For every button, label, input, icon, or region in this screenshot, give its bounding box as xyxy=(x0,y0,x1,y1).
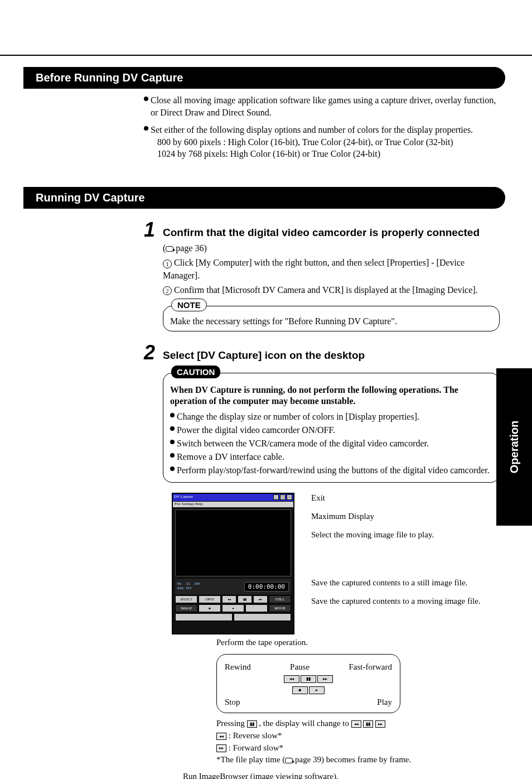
reverse-slow-label: : Reverse slow* xyxy=(226,731,282,740)
caution-intro: When DV Capture is running, do not perfo… xyxy=(170,384,492,408)
frame-note-b: page 39) becomes frame by frame. xyxy=(293,755,411,764)
step-title-1: Confirm that the digital video camcorder… xyxy=(163,227,480,239)
tape-ff-icon: ▸▸ xyxy=(317,675,333,683)
step-title-2: Select [DV Capture] icon on the desktop xyxy=(163,349,365,362)
open-button[interactable]: OPEN xyxy=(199,595,221,603)
footer-button[interactable] xyxy=(234,613,291,621)
window-titlebar: DV Capture _ □ × xyxy=(173,494,293,502)
note-label: NOTE xyxy=(171,299,207,311)
section-header-before: Before Running DV Capture xyxy=(23,67,505,89)
caution-item: Remove a DV interface cable. xyxy=(177,451,492,463)
step-number-2: 2 xyxy=(144,343,163,363)
still-capture-button[interactable]: STILL CAPTURE xyxy=(269,595,291,603)
page-ref-text: page 36) xyxy=(173,243,207,253)
sub-line: 800 by 600 pixels : High Color (16-bit),… xyxy=(157,136,500,148)
callout-save-movie: Save the captured contents to a moving i… xyxy=(311,596,505,607)
rew-inline-icon: ◂◂ xyxy=(216,733,226,740)
caution-item: Switch between the VCR/camera mode of th… xyxy=(177,437,492,450)
page-ref-icon xyxy=(285,758,293,763)
callout-exit: Exit xyxy=(311,493,505,503)
video-viewport xyxy=(175,509,291,576)
forward-slow-label: : Forward slow* xyxy=(226,743,283,752)
rew-inline-icon: ◂◂ xyxy=(351,720,361,728)
dv-capture-window: DV Capture _ □ × File Settings Help 94 3… xyxy=(172,493,294,634)
bullet-text: Close all moving image application softw… xyxy=(151,94,500,118)
note-text: Make the necessary settings for "Before … xyxy=(170,316,492,326)
frame-note-a: *The file play time ( xyxy=(216,755,285,764)
minimize-button[interactable]: _ xyxy=(273,494,279,500)
tape-rewind-label: Rewind xyxy=(225,662,251,672)
ff-inline-icon: ▸▸ xyxy=(375,720,385,728)
play-button[interactable]: ▸ xyxy=(222,604,244,612)
caution-item: Perform play/stop/fast-forward/rewind us… xyxy=(177,464,492,477)
caution-box: CAUTION When DV Capture is running, do n… xyxy=(163,373,500,483)
tape-rewind-icon: ◂◂ xyxy=(284,675,299,683)
tape-ff-label: Fast-forward xyxy=(349,662,392,672)
bullet-text: Set either of the following display opti… xyxy=(151,124,500,136)
footer-button[interactable] xyxy=(175,613,233,621)
close-button[interactable]: × xyxy=(287,494,292,500)
caution-item: Change the display size or number of col… xyxy=(177,411,492,423)
circled-1-icon: 1 xyxy=(163,259,172,268)
page-ref-icon xyxy=(166,246,173,252)
bullet-item: Set either of the following display opti… xyxy=(144,124,500,160)
step-number-1: 1 xyxy=(144,220,163,240)
caution-label: CAUTION xyxy=(171,366,220,378)
menu-bar[interactable]: File Settings Help xyxy=(173,502,293,507)
note-box: NOTE Make the necessary settings for "Be… xyxy=(163,306,500,331)
tape-stop-label: Stop xyxy=(225,698,240,707)
caution-item: Power the digital video camcorder ON/OFF… xyxy=(177,424,492,436)
select-button[interactable]: SELECT xyxy=(175,595,197,603)
rewind-button[interactable]: ◂◂ xyxy=(222,595,236,603)
callout-select-file: Select the moving image file to play. xyxy=(311,530,505,540)
step1-sub1: Click [My Computer] with the right butto… xyxy=(163,258,465,280)
tape-play-icon: ▸ xyxy=(309,686,325,694)
pause-button[interactable]: ▮▮ xyxy=(238,595,252,603)
tape-operation-box: Rewind Pause Fast-forward ◂◂ ▮▮ ▸▸ ■ ▸ S… xyxy=(216,654,400,713)
tape-stop-icon: ■ xyxy=(292,686,308,694)
movie-capture-button[interactable]: MOVIE CAPTURE xyxy=(269,604,291,612)
tape-pause-label: Pause xyxy=(290,662,309,672)
tape-play-label: Play xyxy=(377,698,392,707)
pause-inline-icon: ▮▮ xyxy=(247,720,257,728)
horizontal-rule xyxy=(0,55,532,56)
run-imagebrowser-text: Run ImageBrowser (image viewing software… xyxy=(183,772,505,779)
ff-button[interactable]: ▸▸ xyxy=(253,595,268,603)
section-header-running: Running DV Capture xyxy=(23,187,505,209)
image-browser-button[interactable]: IMAGE BROWSER xyxy=(175,604,197,612)
stop-button[interactable]: ■ xyxy=(199,604,221,612)
step1-sub2: Confirm that [Microsoft DV Camera and VC… xyxy=(174,285,478,295)
spacer-button xyxy=(245,604,268,612)
side-tab-operation: Operation xyxy=(496,368,532,526)
ff-inline-icon: ▸▸ xyxy=(216,744,226,752)
status-bar: 94 32 240 PAL DV 0:00:00:00 xyxy=(175,579,291,594)
pressing-text-a: Pressing xyxy=(216,719,247,728)
sub-line: 1024 by 768 pixels: High Color (16-bit) … xyxy=(157,148,500,160)
circled-2-icon: 2 xyxy=(163,286,172,295)
timecode-display: 0:00:00:00 xyxy=(244,582,289,592)
callout-save-still: Save the captured contents to a still im… xyxy=(311,578,505,588)
pause-inline-icon: ▮▮ xyxy=(363,720,373,728)
tape-pause-icon: ▮▮ xyxy=(301,675,316,683)
bullet-item: Close all moving image application softw… xyxy=(144,94,500,118)
status-values: 94 32 240 PAL DV xyxy=(177,582,200,590)
pressing-text-b: , the display will change to xyxy=(257,719,351,728)
perform-tape-label: Perform the tape operation. xyxy=(216,638,505,647)
callout-maximum: Maximum Display xyxy=(311,511,505,522)
maximize-button[interactable]: □ xyxy=(280,494,286,500)
window-title: DV Capture xyxy=(174,494,193,499)
side-tab-label: Operation xyxy=(508,421,521,473)
